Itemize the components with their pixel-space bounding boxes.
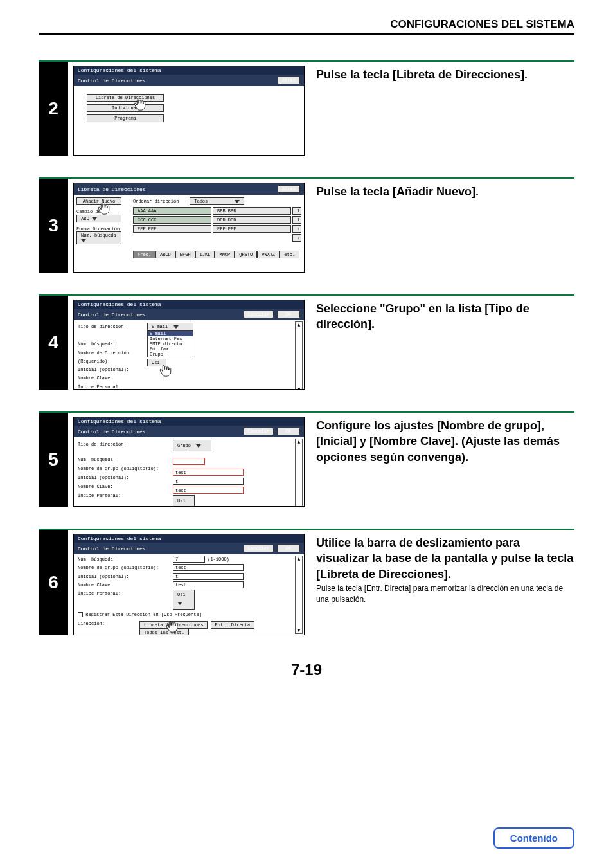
clave-field[interactable]: test	[173, 581, 244, 588]
label-nombre: Nombre de grupo (obligatorio):	[78, 464, 173, 473]
contents-button[interactable]: Contenido	[493, 827, 574, 849]
cancel-button[interactable]: Cancelar	[244, 545, 274, 552]
ss-title: Configuraciones del sistema	[74, 534, 304, 543]
ok-button[interactable]: OK	[277, 311, 300, 318]
ss-title: Configuraciones del sistema	[74, 300, 304, 309]
scroll-up[interactable]: ▲	[296, 556, 302, 562]
order-label: Forma Ordenación	[76, 226, 133, 231]
ss-subtitle: Control de Direcciones	[78, 429, 146, 435]
checkbox[interactable]	[78, 612, 83, 617]
tipo-select[interactable]: Grupo	[173, 440, 211, 451]
tab[interactable]: ABCD	[155, 251, 175, 258]
label-num: Núm. búsqueda:	[78, 340, 147, 348]
screenshot-step5: Configuraciones del sistema Control de D…	[73, 417, 305, 507]
libreta-button[interactable]: Libreta de Direcciones	[139, 621, 208, 629]
range-label: (1-1000)	[208, 557, 229, 562]
tab[interactable]: IJKL	[195, 251, 215, 258]
header-rule	[39, 33, 574, 35]
inicial-field[interactable]: t	[173, 478, 244, 485]
step-6: 6 Configuraciones del sistema Control de…	[39, 529, 574, 635]
sort-label: Ordenar dirección	[133, 199, 179, 204]
step4-instruction: Seleccione "Grupo" en la lista [Tipo de …	[316, 301, 574, 332]
scroll-up[interactable]: ↑	[292, 225, 301, 233]
programa-button[interactable]: Programa	[87, 114, 164, 122]
nombre-field[interactable]: test	[173, 469, 244, 476]
label-clave: Nombre Clave:	[78, 581, 173, 590]
label-clave: Nombre Clave:	[78, 482, 173, 491]
indice-select[interactable]: Us1	[173, 590, 195, 610]
step5-instruction: Configure los ajustes [Nombre de grupo],…	[316, 418, 574, 465]
tab[interactable]: etc.	[280, 251, 299, 258]
entry[interactable]: FFF FFF	[213, 225, 291, 233]
tab[interactable]: EFGH	[175, 251, 195, 258]
label-tipo: Tipo de dirección:	[78, 323, 147, 331]
screenshot-step4: Configuraciones del sistema Control de D…	[73, 300, 305, 390]
clave-field[interactable]: test	[173, 487, 244, 494]
option[interactable]: Internet-Fax	[148, 336, 193, 341]
step-number: 2	[39, 62, 68, 156]
label-clave: Nombre Clave:	[78, 374, 147, 383]
todos-dest-button[interactable]: Todos los dest.	[139, 629, 189, 635]
ss-title: Configuraciones del sistema	[74, 417, 304, 426]
ok-button[interactable]: OK	[277, 545, 300, 552]
tab[interactable]: MNOP	[215, 251, 235, 258]
search-num-select[interactable]: Núm. búsqueda	[76, 231, 121, 244]
page-info: 1	[292, 207, 301, 215]
tab[interactable]: Frec.	[133, 251, 155, 258]
indice-select[interactable]: Us1	[147, 359, 166, 366]
scroll-down[interactable]: ▼	[296, 628, 302, 633]
inicial-field[interactable]: t	[173, 573, 244, 580]
indice-select[interactable]: Us1	[173, 495, 195, 507]
entry[interactable]: DDD DDD	[213, 216, 291, 224]
step6-sub-instruction: Pulse la tecla [Entr. Directa] para memo…	[316, 583, 574, 605]
individual-button[interactable]: Individual	[87, 104, 164, 112]
tab[interactable]: QRSTU	[235, 251, 257, 258]
entry[interactable]: BBB BBB	[213, 207, 291, 215]
screenshot-step3: Libreta de Direcciones Atrás Añadir Nuev…	[73, 183, 305, 273]
tipo-select[interactable]: E-mail	[147, 323, 193, 330]
entr-directa-button[interactable]: Entr. Directa	[211, 621, 255, 629]
label-inicial: Inicial (opcional):	[78, 473, 173, 482]
option[interactable]: Em. fax	[148, 347, 193, 352]
scroll-up[interactable]: ▲	[296, 322, 302, 328]
cancel-button[interactable]: Cancelar	[244, 311, 274, 318]
back-button[interactable]: Atrás	[278, 77, 300, 84]
num-field[interactable]	[173, 458, 205, 465]
back-button[interactable]: Atrás	[278, 185, 300, 193]
entry[interactable]: AAA AAA	[133, 207, 211, 215]
ok-button[interactable]: OK	[277, 428, 300, 435]
step6-instruction: Utilice la barra de deslizamiento para v…	[316, 535, 574, 582]
cancel-button[interactable]: Cancelar	[244, 428, 274, 435]
label-direccion: Dirección:	[78, 621, 139, 635]
step-number: 4	[39, 296, 68, 390]
tab[interactable]: VWXYZ	[257, 251, 280, 258]
step-3: 3 Libreta de Direcciones Atrás Añadir Nu…	[39, 177, 574, 273]
change-label: Cambio de	[76, 209, 133, 214]
all-select[interactable]: Todos	[190, 197, 244, 205]
register-freq-label: Registrar Esta Dirección en [Uso Frecuen…	[85, 612, 202, 617]
ss-subtitle: Control de Direcciones	[78, 78, 146, 84]
screenshot-step6: Configuraciones del sistema Control de D…	[73, 534, 305, 635]
ss-title: Libreta de Direcciones	[78, 186, 146, 192]
entry[interactable]: CCC CCC	[133, 216, 211, 224]
label-inicial: Inicial (opcional):	[78, 366, 147, 374]
option[interactable]: Grupo	[148, 352, 193, 357]
scroll-down[interactable]: ▼	[296, 386, 302, 390]
abc-select[interactable]: ABC	[76, 215, 121, 222]
libreta-button[interactable]: Libreta de Direcciones	[87, 94, 164, 102]
label-indice: Índice Personal:	[78, 590, 173, 598]
page-header-title: CONFIGURACIONES DEL SISTEMA	[39, 18, 574, 31]
step-number: 6	[39, 530, 68, 635]
step3-instruction: Pulse la tecla [Añadir Nuevo].	[316, 184, 574, 199]
entry[interactable]: EEE EEE	[133, 225, 211, 233]
page-info: 1	[292, 216, 301, 224]
add-new-button[interactable]: Añadir Nuevo	[76, 197, 121, 205]
option[interactable]: E-mail	[148, 331, 193, 336]
num-field[interactable]: 7	[173, 556, 205, 563]
nombre-field[interactable]: test	[173, 564, 244, 571]
scroll-up[interactable]: ▲	[296, 439, 302, 445]
option[interactable]: SMTP directo	[148, 341, 193, 347]
screenshot-step2: Configuraciones del sistema Control de D…	[73, 66, 305, 156]
ss-subtitle: Control de Direcciones	[78, 312, 146, 318]
scroll-down[interactable]: ↓	[292, 234, 301, 242]
